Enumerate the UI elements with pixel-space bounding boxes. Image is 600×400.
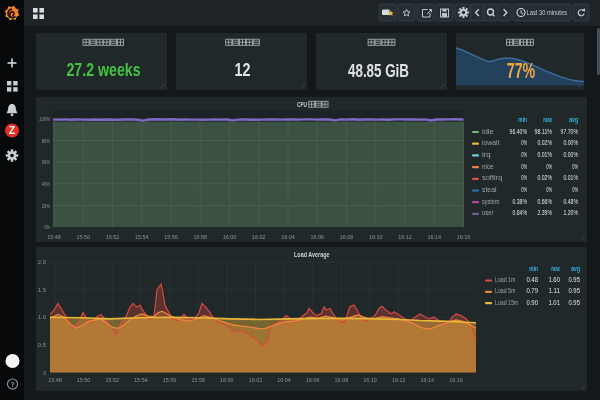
svg-text:0.00%: 0.00% [564, 139, 579, 146]
svg-text:0.01%: 0.01% [564, 174, 579, 181]
svg-text:min: min [529, 265, 538, 272]
svg-text:Load 5m: Load 5m [495, 287, 516, 294]
svg-text:0.84%: 0.84% [513, 209, 528, 216]
svg-text:16:10: 16:10 [369, 233, 383, 240]
svg-text:12: 12 [235, 60, 251, 80]
svg-text:idle: idle [482, 128, 494, 135]
svg-text:0%: 0% [546, 163, 552, 170]
svg-text:0%: 0% [45, 223, 51, 230]
svg-text:irq: irq [482, 151, 491, 159]
svg-text:0.95: 0.95 [568, 287, 580, 294]
svg-text:15:48: 15:48 [47, 233, 61, 240]
svg-text:0.00%: 0.00% [564, 151, 579, 158]
svg-text:16:02: 16:02 [249, 376, 263, 383]
svg-text:40%: 40% [42, 180, 51, 187]
svg-text:16:16: 16:16 [449, 376, 463, 383]
svg-text:15:54: 15:54 [135, 233, 149, 240]
svg-text:0.02%: 0.02% [538, 174, 553, 181]
svg-text:?: ? [10, 380, 15, 389]
svg-text:0%: 0% [521, 151, 527, 158]
svg-text:Load 1m: Load 1m [495, 276, 516, 283]
svg-text:0.5: 0.5 [38, 341, 47, 348]
svg-text:softirq: softirq [482, 174, 503, 182]
svg-text:max: max [543, 116, 552, 123]
svg-text:0.01%: 0.01% [538, 151, 553, 158]
svg-text:1.60: 1.60 [548, 276, 560, 283]
svg-text:15:56: 15:56 [163, 376, 177, 383]
svg-text:16:10: 16:10 [363, 376, 377, 383]
svg-text:0.66%: 0.66% [538, 198, 553, 205]
svg-text:15:50: 15:50 [77, 376, 91, 383]
svg-text:60%: 60% [42, 158, 51, 165]
svg-text:100%: 100% [39, 115, 50, 122]
svg-text:0.02%: 0.02% [538, 139, 553, 146]
svg-text:Load 15m: Load 15m [495, 299, 519, 306]
svg-text:CPU: CPU [297, 100, 307, 109]
svg-text:0: 0 [43, 369, 46, 376]
svg-text:15:50: 15:50 [76, 233, 90, 240]
svg-text:16:06: 16:06 [310, 233, 324, 240]
svg-text:16:12: 16:12 [398, 233, 412, 240]
svg-text:16:08: 16:08 [340, 233, 354, 240]
svg-text:77%: 77% [507, 59, 536, 83]
svg-text:0%: 0% [521, 186, 527, 193]
svg-text:0%: 0% [546, 186, 552, 193]
svg-text:27.2 weeks: 27.2 weeks [67, 60, 141, 80]
svg-text:97.70%: 97.70% [561, 128, 578, 135]
svg-text:16:08: 16:08 [335, 376, 349, 383]
svg-text:15:56: 15:56 [164, 233, 178, 240]
svg-text:2.39%: 2.39% [538, 209, 553, 216]
svg-text:15:52: 15:52 [106, 376, 120, 383]
svg-text:98.11%: 98.11% [535, 128, 553, 135]
svg-text:user: user [482, 209, 494, 216]
svg-text:2.0: 2.0 [38, 258, 47, 265]
svg-text:96.40%: 96.40% [510, 128, 527, 135]
svg-text:20%: 20% [42, 202, 51, 209]
svg-text:48.85 GiB: 48.85 GiB [348, 61, 409, 81]
svg-text:16:00: 16:00 [223, 233, 237, 240]
svg-text:0.48: 0.48 [526, 276, 538, 283]
svg-text:16:14: 16:14 [427, 233, 441, 240]
svg-text:steal: steal [482, 186, 497, 193]
svg-text:system: system [482, 198, 500, 206]
svg-text:16:12: 16:12 [392, 376, 406, 383]
svg-text:0%: 0% [521, 139, 527, 146]
svg-text:16:00: 16:00 [220, 376, 234, 383]
svg-text:1.0: 1.0 [38, 313, 47, 320]
svg-text:1.5: 1.5 [38, 286, 47, 293]
svg-text:0.79: 0.79 [526, 287, 538, 294]
svg-text:0.38%: 0.38% [513, 198, 528, 205]
svg-text:1.11: 1.11 [548, 287, 560, 294]
svg-text:16:04: 16:04 [281, 233, 295, 240]
svg-text:min: min [518, 116, 527, 123]
svg-text:nice: nice [482, 163, 494, 170]
svg-text:0%: 0% [572, 163, 578, 170]
svg-text:0.95: 0.95 [568, 276, 580, 283]
svg-text:1.01: 1.01 [548, 299, 560, 306]
svg-text:15:54: 15:54 [134, 376, 148, 383]
svg-text:0.48%: 0.48% [564, 198, 579, 205]
svg-text:16:14: 16:14 [421, 376, 435, 383]
svg-text:16:04: 16:04 [277, 376, 291, 383]
svg-text:0.90: 0.90 [526, 299, 538, 306]
svg-text:0.95: 0.95 [568, 299, 580, 306]
svg-text:0%: 0% [521, 163, 527, 170]
svg-text:Z: Z [9, 124, 16, 136]
svg-text:max: max [551, 265, 560, 272]
svg-text:15:58: 15:58 [191, 376, 205, 383]
svg-text:Last 30 minutes: Last 30 minutes [527, 9, 568, 16]
svg-text:16:06: 16:06 [306, 376, 320, 383]
svg-text:16:02: 16:02 [252, 233, 266, 240]
svg-text:80%: 80% [42, 137, 51, 144]
svg-text:0%: 0% [572, 186, 578, 193]
svg-text:Load Average: Load Average [294, 250, 330, 259]
svg-text:1.20%: 1.20% [564, 209, 579, 216]
svg-text:15:52: 15:52 [106, 233, 120, 240]
svg-text:15:48: 15:48 [48, 376, 62, 383]
svg-text:avg: avg [571, 265, 580, 273]
svg-text:avg: avg [569, 116, 578, 124]
svg-text:0%: 0% [521, 174, 527, 181]
svg-text:iowait: iowait [482, 139, 500, 146]
svg-text:16:16: 16:16 [457, 233, 471, 240]
svg-text:15:58: 15:58 [193, 233, 207, 240]
